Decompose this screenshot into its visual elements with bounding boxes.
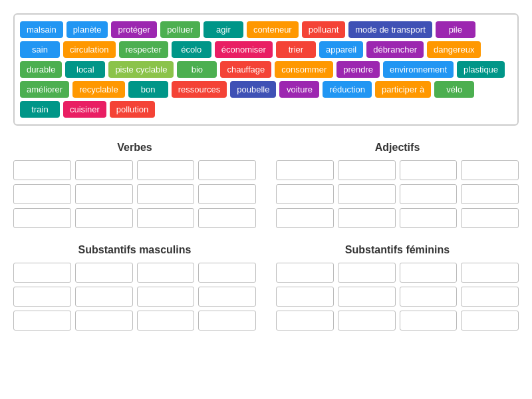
drop-cell[interactable] (137, 263, 195, 283)
drop-cell[interactable] (13, 208, 71, 228)
top-sections: Verbes Adjectifs (13, 142, 519, 228)
word-chip-bio[interactable]: bio (177, 61, 217, 78)
word-chip-environnement[interactable]: environnement (383, 61, 454, 78)
drop-cell[interactable] (400, 263, 458, 283)
drop-cell[interactable] (400, 208, 458, 228)
section-adjectifs: Adjectifs (276, 142, 519, 228)
word-chip-voiture[interactable]: voiture (279, 81, 319, 98)
word-chip-ressources[interactable]: ressources (172, 81, 227, 98)
drop-cell[interactable] (276, 208, 334, 228)
drop-cell[interactable] (13, 160, 71, 180)
substantifs-fem-title: Substantifs féminins (276, 244, 519, 256)
drop-cell[interactable] (461, 184, 519, 204)
drop-cell[interactable] (400, 160, 458, 180)
word-chip-participer[interactable]: participer à (375, 81, 431, 98)
drop-cell[interactable] (198, 263, 256, 283)
drop-cell[interactable] (461, 311, 519, 331)
word-chip-polluer[interactable]: polluer (160, 21, 200, 38)
section-substantifs-masc: Substantifs masculins (13, 244, 256, 331)
drop-cell[interactable] (75, 160, 133, 180)
drop-cell[interactable] (338, 287, 396, 307)
word-chip-ameliorer[interactable]: améliorer (20, 81, 69, 98)
word-chip-plastique[interactable]: plastique (457, 61, 505, 78)
drop-cell[interactable] (13, 263, 71, 283)
drop-cell[interactable] (13, 184, 71, 204)
drop-cell[interactable] (338, 311, 396, 331)
word-chip-poubelle[interactable]: poubelle (230, 81, 276, 98)
word-chip-debrancher[interactable]: débrancher (366, 41, 424, 58)
word-chip-consommer[interactable]: consommer (275, 61, 333, 78)
word-chip-appareil[interactable]: appareil (319, 41, 363, 58)
drop-cell[interactable] (461, 263, 519, 283)
drop-cell[interactable] (461, 287, 519, 307)
drop-cell[interactable] (13, 287, 71, 307)
drop-cell[interactable] (137, 287, 195, 307)
word-chip-agir[interactable]: agir (203, 21, 243, 38)
substantifs-masc-grid (13, 263, 256, 331)
word-chip-prendre[interactable]: prendre (336, 61, 380, 78)
adjectifs-grid (276, 160, 519, 228)
word-chip-local[interactable]: local (65, 61, 105, 78)
drop-cell[interactable] (400, 311, 458, 331)
substantifs-fem-grid (276, 263, 519, 331)
word-chip-economiser[interactable]: économiser (215, 41, 273, 58)
drop-cell[interactable] (137, 184, 195, 204)
drop-cell[interactable] (276, 184, 334, 204)
word-chip-train[interactable]: train (20, 101, 60, 118)
drop-cell[interactable] (198, 160, 256, 180)
word-chip-proteger[interactable]: protéger (111, 21, 156, 38)
drop-cell[interactable] (276, 160, 334, 180)
drop-cell[interactable] (198, 208, 256, 228)
drop-cell[interactable] (338, 208, 396, 228)
word-chip-durable[interactable]: durable (20, 61, 62, 78)
word-chip-circulation[interactable]: circulation (63, 41, 116, 58)
word-chip-pile[interactable]: pile (436, 21, 475, 38)
drop-cell[interactable] (137, 160, 195, 180)
word-chip-pollution[interactable]: pollution (110, 101, 155, 118)
word-chip-velo[interactable]: vélo (434, 81, 474, 98)
word-chip-malsain[interactable]: malsain (20, 21, 63, 38)
drop-cell[interactable] (276, 287, 334, 307)
drop-cell[interactable] (400, 184, 458, 204)
drop-cell[interactable] (338, 184, 396, 204)
section-verbes: Verbes (13, 142, 256, 228)
adjectifs-title: Adjectifs (276, 142, 519, 154)
verbes-grid (13, 160, 256, 228)
drop-cell[interactable] (137, 311, 195, 331)
word-chip-conteneur[interactable]: conteneur (247, 21, 299, 38)
drop-cell[interactable] (276, 311, 334, 331)
word-chip-mode_transport[interactable]: mode de transport (348, 21, 432, 38)
drop-cell[interactable] (75, 287, 133, 307)
word-bank: malsainplanèteprotégerpollueragircontene… (13, 13, 519, 126)
drop-cell[interactable] (75, 263, 133, 283)
drop-cell[interactable] (75, 208, 133, 228)
word-chip-respecter[interactable]: respecter (119, 41, 168, 58)
word-chip-trier[interactable]: trier (276, 41, 316, 58)
word-chip-polluant[interactable]: polluant (302, 21, 346, 38)
drop-cell[interactable] (338, 160, 396, 180)
word-chip-reduction[interactable]: réduction (323, 81, 371, 98)
bottom-sections: Substantifs masculins Substantifs fémini… (13, 244, 519, 331)
word-chip-piste_cyclable[interactable]: piste cyclable (108, 61, 174, 78)
drop-cell[interactable] (198, 311, 256, 331)
word-chip-dangereux[interactable]: dangereux (427, 41, 481, 58)
drop-cell[interactable] (13, 311, 71, 331)
word-chip-ecolo[interactable]: écolo (172, 41, 211, 58)
substantifs-masc-title: Substantifs masculins (13, 244, 256, 256)
drop-cell[interactable] (400, 287, 458, 307)
word-chip-recyclable[interactable]: recyclable (72, 81, 125, 98)
drop-cell[interactable] (137, 208, 195, 228)
word-chip-cuisiner[interactable]: cuisiner (63, 101, 106, 118)
word-chip-planete[interactable]: planète (66, 21, 108, 38)
drop-cell[interactable] (198, 287, 256, 307)
drop-cell[interactable] (338, 263, 396, 283)
word-chip-bon[interactable]: bon (128, 81, 168, 98)
drop-cell[interactable] (198, 184, 256, 204)
drop-cell[interactable] (276, 263, 334, 283)
drop-cell[interactable] (75, 184, 133, 204)
word-chip-sain[interactable]: sain (20, 41, 60, 58)
word-chip-chauffage[interactable]: chauffage (220, 61, 271, 78)
drop-cell[interactable] (461, 208, 519, 228)
drop-cell[interactable] (461, 160, 519, 180)
drop-cell[interactable] (75, 311, 133, 331)
